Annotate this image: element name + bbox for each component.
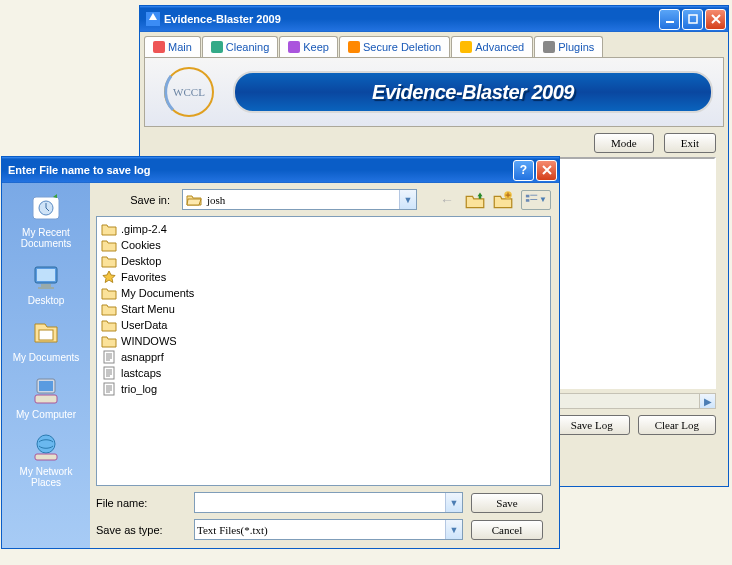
close-button[interactable] [705, 9, 726, 30]
views-icon[interactable]: ▼ [521, 190, 551, 210]
svg-rect-8 [41, 284, 51, 287]
tab-label: Cleaning [226, 41, 269, 53]
app-icon [146, 12, 160, 26]
help-button[interactable]: ? [513, 160, 534, 181]
filename-input[interactable] [195, 497, 445, 509]
list-item[interactable]: asnapprf [101, 349, 546, 365]
type-label: Save as type: [96, 524, 186, 536]
list-item[interactable]: Cookies [101, 237, 546, 253]
svg-rect-13 [35, 395, 57, 403]
clearlog-button[interactable]: Clear Log [638, 415, 716, 435]
folder-icon [101, 318, 117, 332]
list-item[interactable]: .gimp-2.4 [101, 221, 546, 237]
tab-cleaning[interactable]: Cleaning [202, 36, 278, 57]
tab-label: Secure Deletion [363, 41, 441, 53]
header-band: WCCL Evidence-Blaster 2009 [144, 57, 724, 127]
place-my-documents[interactable]: My Documents [6, 314, 86, 369]
place-label: Desktop [6, 295, 86, 306]
maximize-button[interactable] [682, 9, 703, 30]
chevron-down-icon[interactable]: ▼ [399, 190, 416, 209]
place-my-computer[interactable]: My Computer [6, 371, 86, 426]
chevron-down-icon[interactable]: ▼ [445, 493, 462, 512]
tab-advanced[interactable]: Advanced [451, 36, 533, 57]
tab-icon [288, 41, 300, 53]
file-name: lastcaps [121, 367, 161, 379]
tab-plugins[interactable]: Plugins [534, 36, 603, 57]
folder-icon [101, 222, 117, 236]
dialog-close-button[interactable] [536, 160, 557, 181]
file-icon [101, 366, 117, 380]
wccl-logo: WCCL [155, 64, 223, 120]
dialog-titlebar[interactable]: Enter File name to save log ? [2, 157, 559, 183]
tab-icon [348, 41, 360, 53]
type-combo[interactable]: Text Files(*.txt) ▼ [194, 519, 463, 540]
list-item[interactable]: My Documents [101, 285, 546, 301]
tab-label: Keep [303, 41, 329, 53]
folder-icon [101, 302, 117, 316]
filename-label: File name: [96, 497, 186, 509]
scroll-right-icon[interactable]: ▶ [699, 394, 715, 408]
place-my-recent-documents[interactable]: My Recent Documents [6, 189, 86, 255]
exit-button[interactable]: Exit [664, 133, 716, 153]
dialog-title: Enter File name to save log [8, 164, 511, 176]
savelog-button[interactable]: Save Log [554, 415, 630, 435]
svg-rect-19 [530, 194, 537, 195]
tab-icon [153, 41, 165, 53]
save-button[interactable]: Save [471, 493, 543, 513]
place-label: My Recent Documents [6, 227, 86, 249]
svg-rect-21 [104, 351, 114, 363]
svg-rect-9 [38, 287, 54, 289]
file-name: Cookies [121, 239, 161, 251]
tab-secure-deletion[interactable]: Secure Deletion [339, 36, 450, 57]
folder-open-icon [186, 192, 202, 208]
svg-rect-22 [104, 367, 114, 379]
savein-label: Save in: [96, 194, 176, 206]
mode-button[interactable]: Mode [594, 133, 654, 153]
folder-icon [101, 238, 117, 252]
list-item[interactable]: Favorites [101, 269, 546, 285]
cancel-button[interactable]: Cancel [471, 520, 543, 540]
svg-rect-17 [526, 194, 530, 197]
svg-rect-23 [104, 383, 114, 395]
filename-field[interactable]: ▼ [194, 492, 463, 513]
chevron-down-icon[interactable]: ▼ [445, 520, 462, 539]
list-item[interactable]: Start Menu [101, 301, 546, 317]
svg-text:WCCL: WCCL [173, 86, 205, 98]
file-name: trio_log [121, 383, 157, 395]
up-one-level-icon[interactable] [465, 190, 485, 210]
main-titlebar[interactable]: Evidence-Blaster 2009 [140, 6, 728, 32]
folder-icon [101, 286, 117, 300]
place-icon [29, 316, 63, 350]
tab-keep[interactable]: Keep [279, 36, 338, 57]
place-desktop[interactable]: Desktop [6, 257, 86, 312]
new-folder-icon[interactable] [493, 190, 513, 210]
place-label: My Network Places [6, 466, 86, 488]
svg-rect-20 [530, 199, 537, 200]
list-item[interactable]: WINDOWS [101, 333, 546, 349]
file-name: Desktop [121, 255, 161, 267]
file-list[interactable]: .gimp-2.4CookiesDesktopFavoritesMy Docum… [96, 216, 551, 486]
list-item[interactable]: lastcaps [101, 365, 546, 381]
file-name: Favorites [121, 271, 166, 283]
file-name: Start Menu [121, 303, 175, 315]
back-icon[interactable]: ← [437, 190, 457, 210]
place-icon [29, 373, 63, 407]
app-badge: Evidence-Blaster 2009 [233, 71, 713, 113]
tab-label: Main [168, 41, 192, 53]
savein-value: josh [205, 194, 399, 206]
top-buttons: Mode Exit [140, 127, 728, 155]
minimize-button[interactable] [659, 9, 680, 30]
list-item[interactable]: UserData [101, 317, 546, 333]
list-item[interactable]: trio_log [101, 381, 546, 397]
savein-combo[interactable]: josh ▼ [182, 189, 417, 210]
file-name: asnapprf [121, 351, 164, 363]
folder-icon [101, 334, 117, 348]
svg-rect-7 [37, 269, 55, 281]
list-item[interactable]: Desktop [101, 253, 546, 269]
type-value: Text Files(*.txt) [195, 524, 445, 536]
place-icon [29, 430, 63, 464]
place-my-network-places[interactable]: My Network Places [6, 428, 86, 494]
place-icon [29, 191, 63, 225]
tab-main[interactable]: Main [144, 36, 201, 57]
tab-icon [460, 41, 472, 53]
